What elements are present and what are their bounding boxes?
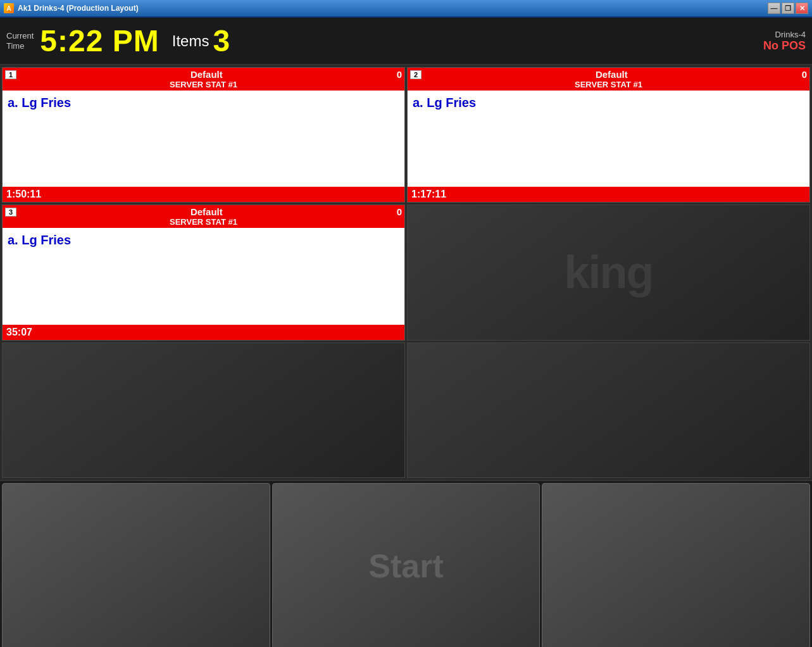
header-drinks: Drinks-4 <box>763 30 806 39</box>
order-1-count: 0 <box>397 69 402 80</box>
order-card-2-header-top: 2 Default 0 <box>410 69 807 80</box>
start-watermark: Start <box>368 547 443 585</box>
order-3-subtitle: SERVER STAT #1 <box>170 217 237 227</box>
order-2-items: a. Lg Fries <box>408 91 809 187</box>
title-bar: A Ak1 Drinks-4 (Production Layout) — ❒ ✕ <box>0 0 812 18</box>
app-icon: A <box>4 3 14 13</box>
close-button[interactable]: ✕ <box>796 3 808 14</box>
order-1-timer: 1:50:11 <box>3 187 404 202</box>
current-time-section: CurrentTime <box>6 31 34 51</box>
items-count: 3 <box>213 23 230 58</box>
empty-card-right-middle: king <box>407 204 810 340</box>
empty-card-bottom-left <box>2 342 405 478</box>
items-section: Items 3 <box>172 23 230 58</box>
order-1-subtitle: SERVER STAT #1 <box>170 80 237 89</box>
order-card-1[interactable]: 1 Default 0 SERVER STAT #1 a. Lg Fries 1… <box>2 67 405 203</box>
order-2-timer: 1:17:11 <box>408 187 809 202</box>
order-3-number: 3 <box>5 208 16 217</box>
order-3-count: 0 <box>397 206 402 217</box>
title-text: Ak1 Drinks-4 (Production Layout) <box>18 4 139 13</box>
order-2-number: 2 <box>410 70 422 79</box>
order-1-title: Default <box>191 69 223 80</box>
restore-button[interactable]: ❒ <box>782 3 794 14</box>
order-card-3[interactable]: 3 Default 0 SERVER STAT #1 a. Lg Fries 3… <box>2 204 405 340</box>
order-1-item: a. Lg Fries <box>8 96 399 110</box>
empty-card-bottom-right <box>407 342 810 478</box>
minimize-button[interactable]: — <box>768 3 780 14</box>
title-bar-controls[interactable]: — ❒ ✕ <box>768 3 808 14</box>
items-label: Items <box>172 32 209 50</box>
action-area: Start <box>0 480 812 647</box>
order-card-3-header-top: 3 Default 0 <box>5 206 402 217</box>
order-1-number: 1 <box>5 70 16 79</box>
order-3-timer: 35:07 <box>3 325 404 340</box>
order-2-title: Default <box>596 69 628 80</box>
order-2-count: 0 <box>802 69 807 80</box>
order-card-2-header: 2 Default 0 SERVER STAT #1 <box>408 68 809 91</box>
order-card-1-header-top: 1 Default 0 <box>5 69 402 80</box>
current-label: CurrentTime <box>6 31 34 51</box>
action-btn-left[interactable] <box>2 483 270 647</box>
order-3-item: a. Lg Fries <box>8 233 399 248</box>
order-3-items: a. Lg Fries <box>3 228 404 324</box>
action-btn-right[interactable] <box>542 483 810 647</box>
main-area: 1 Default 0 SERVER STAT #1 a. Lg Fries 1… <box>0 65 812 480</box>
order-card-1-header: 1 Default 0 SERVER STAT #1 <box>3 68 404 91</box>
title-bar-left: A Ak1 Drinks-4 (Production Layout) <box>4 3 139 13</box>
header-bar: CurrentTime 5:22 PM Items 3 Drinks-4 No … <box>0 18 812 65</box>
order-2-subtitle: SERVER STAT #1 <box>575 80 642 89</box>
order-1-items: a. Lg Fries <box>3 91 404 187</box>
watermark-king: king <box>564 246 653 298</box>
header-no-pos: No POS <box>763 39 806 53</box>
action-btn-center[interactable]: Start <box>272 483 540 647</box>
header-right: Drinks-4 No POS <box>763 30 806 53</box>
order-3-title: Default <box>191 206 223 217</box>
order-card-3-header: 3 Default 0 SERVER STAT #1 <box>3 205 404 228</box>
order-2-item: a. Lg Fries <box>413 96 804 110</box>
order-card-2[interactable]: 2 Default 0 SERVER STAT #1 a. Lg Fries 1… <box>407 67 810 203</box>
time-display: 5:22 PM <box>40 26 159 56</box>
